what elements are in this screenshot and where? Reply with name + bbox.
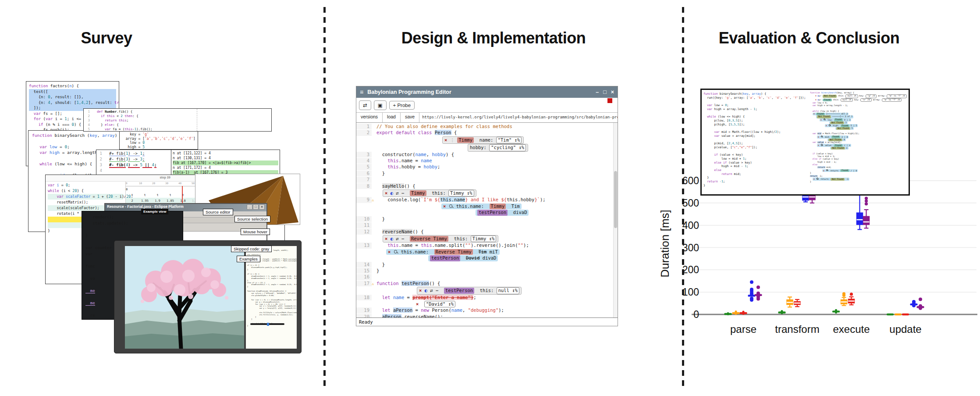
close-icon[interactable]: × — [818, 136, 820, 138]
example-chip[interactable]: Found — [840, 169, 849, 172]
example-chip[interactable]: Found — [823, 99, 831, 101]
close-icon[interactable]: × — [818, 144, 820, 146]
load-button[interactable]: load — [383, 113, 401, 122]
example-widget[interactable]: × ◐ ⇄ ⋯ Reverse Timmy this: Timmy ↕% — [383, 235, 498, 243]
code-text — [29, 111, 34, 116]
value-dropdown[interactable]: Timmy ↕% — [448, 190, 474, 196]
book-scrubber[interactable] — [250, 323, 284, 325]
probe-widget[interactable]: × high: Found 5 | 5 — [825, 124, 858, 127]
probe-widget[interactable]: × mid: Found 2 | 4 — [817, 136, 849, 139]
probe-widget[interactable]: × return: Not Found -1 — [813, 178, 849, 181]
example-widget[interactable]: × ⋮ Timmy name: "Tim" ↕% — [442, 136, 524, 144]
example-chip[interactable]: Timmy — [410, 190, 426, 196]
example-chip[interactable]: Reverse Timmy — [410, 236, 448, 242]
toggle-icon[interactable]: ◐ — [391, 236, 396, 241]
minimize-button[interactable]: – — [596, 89, 599, 95]
add-probe-button[interactable]: + Probe — [389, 101, 415, 110]
code-text: ]); — [29, 106, 41, 110]
close-button[interactable]: × — [259, 204, 265, 210]
example-widget[interactable]: × "David" ↕% — [414, 301, 457, 307]
value-dropdown[interactable]: "cycling" ↕% — [489, 144, 526, 151]
magnifier-icon[interactable] — [821, 144, 823, 146]
probe-widget[interactable]: Not Found ──────┤── 2 of 3 — [816, 115, 853, 118]
magnifier-icon[interactable] — [821, 136, 823, 138]
close-icon[interactable]: × — [826, 125, 828, 127]
example-chip[interactable]: Found — [831, 136, 840, 138]
example-widget[interactable]: × ◐ ⇄ ⋯ testPerson this: null ↕% — [417, 287, 522, 294]
example-chip[interactable]: Timmy — [490, 203, 506, 209]
example-chip[interactable]: Not Found — [817, 115, 831, 118]
example-chip[interactable]: Found — [834, 118, 843, 121]
probe-widget[interactable]: × return: Found / | 4 — [822, 169, 858, 172]
eclipse-window-controls[interactable]: _ □ × — [247, 204, 265, 211]
magnifier-icon[interactable] — [817, 178, 819, 180]
example-chip[interactable]: testPerson — [477, 210, 508, 215]
magnifier-icon[interactable] — [394, 250, 398, 253]
scrollbar[interactable] — [613, 123, 618, 318]
probe-widget[interactable]: × low: Found 0 | 3 — [820, 118, 852, 121]
value-dropdown[interactable]: "David" ↕% — [424, 301, 455, 307]
close-icon[interactable]: × — [823, 169, 826, 171]
probe-widget[interactable]: × value: Found c | e — [817, 144, 851, 147]
example-chip[interactable]: Not Found — [823, 95, 837, 97]
save-button[interactable]: save — [401, 113, 419, 122]
maximize-button[interactable]: □ — [253, 204, 259, 210]
value-dropdown[interactable]: "e" ↕% — [860, 98, 871, 102]
example-widget[interactable]: × ◐⇄⋯ Not Found this: null ↕% key: "g" ↕… — [814, 94, 908, 98]
probe-widget[interactable]: testPerson David divaD — [428, 255, 498, 261]
probe-widget[interactable]: × this.name: Timmy Tim — [441, 203, 522, 209]
magnifier-icon[interactable] — [826, 169, 828, 171]
toggle-icon[interactable]: ◐ — [425, 288, 430, 293]
magnifier-icon[interactable] — [829, 124, 831, 126]
example-chip[interactable]: Not Found — [830, 121, 844, 124]
probe-widget[interactable]: × this.name: Reverse Timmy Tim miT — [386, 249, 500, 255]
close-icon[interactable]: × — [813, 113, 816, 115]
close-button[interactable]: × — [611, 89, 614, 95]
example-widget[interactable]: × ◐⇄⋯ Found this: null ↕% key: "e" ↕% ar… — [814, 98, 903, 102]
close-icon[interactable]: × — [813, 178, 816, 180]
hamburger-menu-icon[interactable]: ≡ — [360, 89, 363, 96]
example-chip[interactable]: Timmy — [457, 137, 474, 143]
close-icon[interactable]: × — [419, 288, 425, 293]
example-chip[interactable]: Not Found — [836, 127, 850, 130]
toggle-icon[interactable]: ◐ — [391, 190, 396, 196]
value-dropdown[interactable]: null ↕% — [845, 94, 858, 98]
close-icon[interactable]: × — [820, 118, 823, 121]
code-editor-area[interactable]: 1 // You can also define examples for cl… — [356, 123, 618, 318]
close-icon[interactable]: × — [388, 249, 394, 254]
value-dropdown[interactable]: null ↕% — [497, 287, 519, 294]
example-widget[interactable]: hobby: "cycling" ↕% — [468, 144, 528, 151]
close-icon[interactable]: × — [385, 236, 391, 241]
value-dropdown[interactable]: "a" to "f" ↕% — [882, 98, 902, 102]
close-icon[interactable]: × — [444, 137, 450, 143]
frame-button[interactable]: ▣ — [374, 100, 387, 110]
value-dropdown[interactable]: "Tim" ↕% — [496, 137, 522, 143]
example-chip[interactable]: Reverse Timmy — [434, 249, 473, 255]
value-dropdown[interactable]: "a" to "f" ↕% — [887, 94, 907, 98]
url-field[interactable]: https://lively-kernel.org/lively4/lively… — [419, 113, 618, 122]
code-text: { — [451, 130, 457, 135]
swap-button[interactable]: ⇄ — [359, 100, 371, 110]
close-icon[interactable]: × — [416, 301, 424, 307]
value-dropdown[interactable]: Timmy ↕% — [471, 235, 497, 242]
tab-versions[interactable]: versions — [356, 113, 383, 122]
example-widget[interactable]: × ◐ ⇄ ⋯ Timmy this: Timmy ↕% — [383, 189, 476, 197]
minimize-button[interactable]: _ — [247, 204, 252, 210]
close-icon[interactable]: × — [443, 203, 449, 209]
value-dropdown[interactable]: null ↕% — [841, 98, 853, 102]
probe-widget[interactable]: Not Found e — [830, 147, 849, 150]
magnifier-icon[interactable] — [824, 118, 826, 121]
probe-widget[interactable]: Not Found 3 — [829, 121, 848, 124]
example-chip[interactable]: Found — [841, 125, 849, 127]
maximize-button[interactable]: □ — [603, 89, 607, 95]
close-icon[interactable]: × — [385, 190, 391, 196]
babylonian-titlebar[interactable]: ≡ Babylonian Programming Editor – □ × — [356, 86, 618, 98]
probe-widget[interactable]: testPerson divaD — [476, 210, 529, 215]
example-chip[interactable]: testPerson — [430, 255, 460, 261]
example-chip[interactable]: testPerson — [444, 288, 474, 293]
example-chip[interactable]: Not Found — [831, 147, 845, 150]
probe-widget[interactable]: Not Found 5 — [835, 127, 854, 130]
value-dropdown[interactable]: "g" ↕% — [866, 94, 877, 98]
magnifier-icon[interactable] — [449, 204, 453, 208]
example-chip[interactable]: Not Found — [831, 178, 845, 181]
